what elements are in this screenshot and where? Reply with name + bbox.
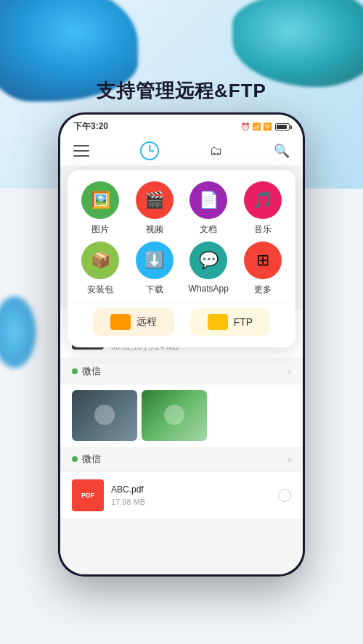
blob-decoration-3 (0, 296, 36, 368)
status-icons: ⏰ 📶 🛜 (241, 123, 290, 131)
wechat-dot-1 (72, 368, 78, 374)
ftp-icon (208, 314, 228, 330)
more-label: 更多 (254, 284, 272, 296)
wechat-label-2: 微信 (72, 453, 101, 466)
folder-icon[interactable]: 🗂 (210, 144, 223, 159)
wechat-section-1[interactable]: 微信 › (60, 359, 303, 384)
grid-row-2: 📦 安装包 ⬇️ 下载 💬 WhatsApp ⊞ 更多 (73, 242, 290, 296)
wechat-section-2[interactable]: 微信 › (60, 447, 303, 472)
pdf-thumbnail: PDF (72, 479, 104, 511)
whatsapp-label: WhatsApp (189, 284, 229, 294)
pdf-file-item[interactable]: PDF ABC.pdf 17.98 MB (60, 472, 303, 519)
wifi-icon: 🛜 (263, 123, 272, 131)
image-placeholder-2 (164, 405, 184, 425)
pdf-file-name: ABC.pdf (111, 484, 271, 496)
grid-item-apk[interactable]: 📦 安装包 (74, 242, 126, 296)
bottom-row: 远程 FTP (73, 302, 290, 339)
apk-label: 安装包 (87, 284, 113, 296)
grid-item-video[interactable]: 🎬 视频 (129, 181, 181, 236)
image-placeholder-1 (94, 405, 115, 425)
music-icon: 🎵 (244, 181, 282, 219)
wechat-dot-2 (72, 456, 78, 462)
download-label: 下载 (146, 284, 163, 296)
pdf-file-meta: 17.98 MB (111, 498, 271, 506)
chevron-right-2: › (287, 453, 291, 465)
dropdown-panel: 🖼️ 图片 🎬 视频 📄 文档 🎵 音乐 📦 (68, 170, 295, 347)
alarm-icon: ⏰ (241, 123, 250, 131)
recent-icon[interactable] (140, 141, 159, 160)
docs-icon: 📄 (189, 181, 227, 219)
page-title: 支持管理远程&FTP (0, 78, 363, 104)
wechat-text-2: 微信 (82, 453, 101, 466)
grid-item-docs[interactable]: 📄 文档 (182, 181, 234, 236)
pdf-file-info: ABC.pdf 17.98 MB (111, 484, 271, 506)
phone-screen: 下午3:20 ⏰ 📶 🛜 🗂 🔍 🖼️ (60, 115, 303, 574)
video-label: 视频 (146, 223, 163, 236)
images-label: 图片 (91, 223, 109, 236)
remote-label: 远程 (136, 315, 157, 329)
download-icon: ⬇️ (136, 242, 174, 279)
music-label: 音乐 (254, 223, 272, 236)
phone-frame: 下午3:20 ⏰ 📶 🛜 🗂 🔍 🖼️ (58, 112, 305, 577)
grid-item-images[interactable]: 🖼️ 图片 (74, 181, 126, 236)
status-time: 下午3:20 (73, 120, 108, 133)
grid-item-whatsapp[interactable]: 💬 WhatsApp (182, 242, 234, 296)
video-icon: 🎬 (136, 181, 174, 219)
pdf-text-icon: PDF (81, 492, 94, 499)
pdf-file-select[interactable] (278, 489, 291, 502)
nav-bar: 🗂 🔍 (60, 136, 303, 167)
more-icon: ⊞ (244, 242, 282, 279)
battery-icon (275, 123, 290, 131)
image-thumb-2[interactable] (142, 390, 207, 441)
image-thumb-1[interactable] (72, 390, 137, 441)
chevron-right-1: › (287, 366, 291, 377)
menu-icon[interactable] (73, 145, 89, 157)
grid-item-music[interactable]: 🎵 音乐 (237, 181, 289, 236)
status-bar: 下午3:20 ⏰ 📶 🛜 (60, 115, 303, 136)
wechat-label-1: 微信 (72, 365, 101, 378)
apk-icon: 📦 (81, 242, 119, 279)
image-grid (60, 384, 303, 447)
whatsapp-icon: 💬 (189, 242, 227, 279)
signal-icon: 📶 (252, 123, 261, 131)
search-icon[interactable]: 🔍 (274, 143, 290, 159)
docs-label: 文档 (200, 223, 217, 236)
grid-row-1: 🖼️ 图片 🎬 视频 📄 文档 🎵 音乐 (73, 181, 290, 236)
images-icon: 🖼️ (81, 181, 119, 219)
remote-button[interactable]: 远程 (93, 308, 174, 336)
file-list: ♫ I eat Plants for a living - Close Your… (60, 309, 303, 574)
ftp-button[interactable]: FTP (190, 308, 270, 336)
remote-icon (110, 314, 131, 330)
wechat-text-1: 微信 (82, 365, 101, 378)
grid-item-more[interactable]: ⊞ 更多 (237, 242, 289, 296)
ftp-label: FTP (234, 316, 253, 328)
grid-item-download[interactable]: ⬇️ 下载 (129, 242, 181, 296)
